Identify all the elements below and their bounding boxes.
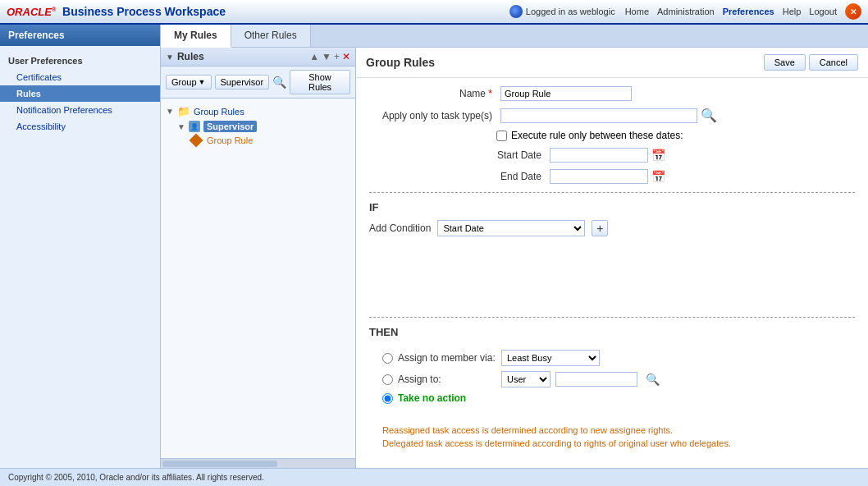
tree-supervisor[interactable]: ▼ 👤 Supervisor bbox=[177, 119, 350, 134]
nav-logout[interactable]: Logout bbox=[809, 7, 837, 16]
search-icon[interactable]: 🔍 bbox=[272, 76, 286, 89]
start-date-input[interactable] bbox=[550, 148, 648, 163]
group-rules-header: Group Rules Save Cancel bbox=[356, 48, 868, 78]
assign-to-label: Assign to: bbox=[398, 374, 496, 385]
rules-header: ▼ Rules ▲ ▼ + ✕ bbox=[161, 48, 355, 66]
group-dropdown[interactable]: Group ▼ bbox=[166, 75, 212, 89]
scrollbar-thumb bbox=[162, 461, 277, 467]
condition-select[interactable]: Start Date bbox=[437, 220, 585, 236]
take-no-action-radio[interactable] bbox=[382, 393, 393, 404]
add-rule-icon[interactable]: + bbox=[334, 51, 340, 62]
show-rules-button[interactable]: Show Rules bbox=[290, 70, 350, 94]
nav-preferences[interactable]: Preferences bbox=[723, 7, 774, 16]
group-rules-panel: Group Rules Save Cancel Name * bbox=[356, 48, 868, 468]
horizontal-scrollbar[interactable] bbox=[161, 458, 355, 468]
supervisor-node-icon: 👤 bbox=[189, 121, 200, 132]
assign-search-icon[interactable]: 🔍 bbox=[646, 373, 660, 386]
assign-to-radio[interactable] bbox=[382, 374, 393, 385]
name-label-text: Name bbox=[459, 88, 486, 99]
then-separator bbox=[369, 317, 855, 318]
nav-home[interactable]: Home bbox=[625, 7, 649, 16]
sidebar-item-rules[interactable]: Rules bbox=[0, 85, 160, 102]
assign-member-row: Assign to member via: Least Busy bbox=[382, 350, 842, 366]
sort-asc-icon[interactable]: ▲ bbox=[309, 51, 319, 62]
sidebar-title: Preferences bbox=[0, 25, 160, 46]
app-title: Business Process Workspace bbox=[62, 5, 226, 18]
group-rules-actions: Save Cancel bbox=[764, 54, 858, 71]
tree-supervisor-label: Supervisor bbox=[203, 121, 257, 132]
apply-search-icon[interactable]: 🔍 bbox=[701, 108, 717, 123]
tab-other-rules[interactable]: Other Rules bbox=[231, 25, 311, 47]
info-section: Reassigned task access is determined acc… bbox=[369, 415, 855, 458]
start-date-label: Start Date bbox=[418, 149, 550, 161]
top-navigation: ORACLE® Business Process Workspace Logge… bbox=[0, 0, 868, 25]
end-date-input[interactable] bbox=[550, 169, 648, 184]
rules-panel: ▼ Rules ▲ ▼ + ✕ Group ▼ bbox=[161, 48, 356, 468]
apply-task-label: Apply only to task type(s) bbox=[369, 110, 500, 122]
content-area: My Rules Other Rules ▼ Rules ▲ ▼ + ✕ bbox=[161, 25, 868, 468]
name-input[interactable] bbox=[500, 86, 632, 101]
supervisor-dropdown[interactable]: Supervisor bbox=[215, 75, 270, 89]
end-date-row: End Date 📅 bbox=[418, 169, 855, 184]
folder-icon-group: 📁 bbox=[177, 105, 190, 117]
sidebar: Preferences User Preferences Certificate… bbox=[0, 25, 161, 468]
group-rules-form: Name * Apply only to task type(s) 🔍 bbox=[356, 78, 868, 468]
user-info-text: Logged in as weblogic bbox=[526, 7, 615, 16]
main-layout: Preferences User Preferences Certificate… bbox=[0, 25, 868, 468]
group-dropdown-arrow: ▼ bbox=[199, 78, 206, 86]
execute-rule-checkbox[interactable] bbox=[496, 131, 507, 141]
end-date-label: End Date bbox=[418, 171, 550, 182]
supervisor-dropdown-label: Supervisor bbox=[221, 77, 264, 87]
sidebar-item-notification[interactable]: Notification Preferences bbox=[0, 102, 160, 118]
condition-row: Add Condition Start Date + bbox=[369, 220, 855, 236]
sidebar-section-title: User Preferences bbox=[0, 53, 160, 69]
collapse-icon[interactable]: ▼ bbox=[166, 53, 174, 62]
assign-to-type-select[interactable]: User bbox=[501, 371, 550, 387]
footer: Copyright © 2005, 2010, Oracle and/or it… bbox=[0, 468, 868, 486]
save-button[interactable]: Save bbox=[764, 54, 806, 71]
tab-my-rules[interactable]: My Rules bbox=[161, 25, 231, 48]
apply-task-input[interactable] bbox=[500, 108, 697, 123]
globe-icon bbox=[509, 5, 523, 18]
close-circle-icon: ✕ bbox=[845, 3, 861, 20]
nav-administration[interactable]: Administration bbox=[657, 7, 715, 16]
rules-panel-title: Rules bbox=[177, 51, 204, 62]
name-row: Name * bbox=[369, 86, 855, 101]
take-no-action-label: Take no action bbox=[398, 392, 496, 404]
if-label: IF bbox=[369, 201, 855, 213]
sort-desc-icon[interactable]: ▼ bbox=[322, 51, 331, 62]
add-condition-label: Add Condition bbox=[369, 222, 431, 234]
add-condition-button[interactable]: + bbox=[592, 220, 608, 236]
if-separator bbox=[369, 192, 855, 193]
rules-toolbar: Group ▼ Supervisor 🔍 Show Rules bbox=[161, 66, 355, 99]
end-cal-icon[interactable]: 📅 bbox=[651, 170, 665, 183]
sidebar-content: User Preferences Certificates Rules Noti… bbox=[0, 46, 160, 141]
tabs: My Rules Other Rules bbox=[161, 25, 868, 48]
info-line1: Reassigned task access is determined acc… bbox=[382, 425, 842, 435]
top-nav-left: ORACLE® Business Process Workspace bbox=[7, 5, 226, 18]
start-cal-icon[interactable]: 📅 bbox=[651, 149, 665, 162]
tree-group-rule[interactable]: Group Rule bbox=[189, 134, 350, 147]
nav-help[interactable]: Help bbox=[783, 7, 802, 16]
oracle-logo: ORACLE® bbox=[7, 6, 56, 18]
assign-to-input[interactable] bbox=[555, 372, 637, 387]
if-spacer bbox=[369, 243, 855, 309]
assign-member-select[interactable]: Least Busy bbox=[501, 350, 600, 366]
footer-text: Copyright © 2005, 2010, Oracle and/or it… bbox=[8, 473, 264, 482]
name-required-asterisk: * bbox=[488, 88, 492, 99]
delete-rule-icon[interactable]: ✕ bbox=[342, 51, 350, 62]
cancel-button[interactable]: Cancel bbox=[809, 54, 858, 71]
tree-group-rules[interactable]: ▼ 📁 Group Rules bbox=[166, 103, 350, 119]
execute-rule-row: Execute rule only between these dates: bbox=[496, 130, 855, 141]
assign-member-radio[interactable] bbox=[382, 353, 393, 364]
sidebar-item-accessibility[interactable]: Accessibility bbox=[0, 118, 160, 135]
diamond-rule-icon bbox=[190, 134, 203, 148]
assign-to-row: Assign to: User 🔍 bbox=[382, 371, 842, 387]
sidebar-item-certificates[interactable]: Certificates bbox=[0, 69, 160, 85]
start-date-row: Start Date 📅 bbox=[418, 148, 855, 163]
apply-task-row: Apply only to task type(s) 🔍 bbox=[369, 108, 855, 123]
tree-group-rules-label: Group Rules bbox=[194, 107, 244, 117]
group-rules-title: Group Rules bbox=[366, 56, 435, 69]
then-label: THEN bbox=[369, 326, 855, 338]
tree-group-rule-label: Group Rule bbox=[207, 135, 253, 145]
